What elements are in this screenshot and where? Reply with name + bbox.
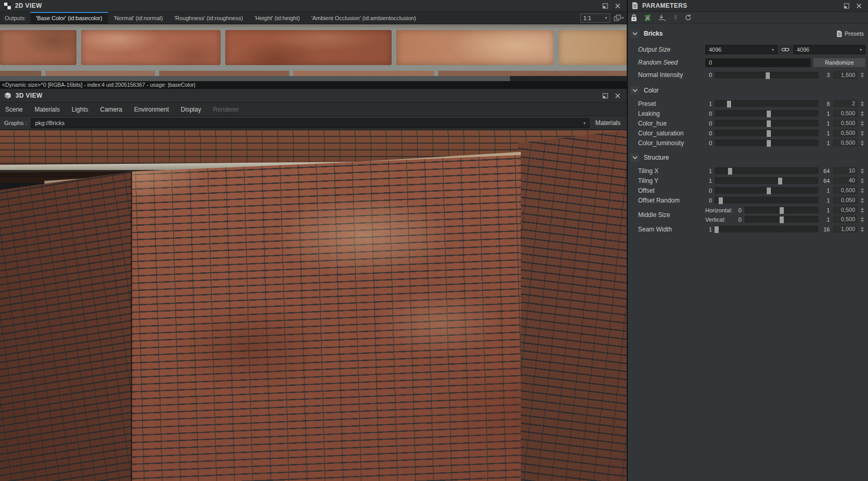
tab-roughness[interactable]: 'Roughness' (id:roughness) [168,12,249,24]
param-max: 16 [818,226,831,232]
param-value[interactable]: 0,500 [833,139,858,147]
presets-button[interactable]: Presets [836,30,864,37]
param-value[interactable]: 0,500 [833,187,858,194]
slider-thumb[interactable] [767,120,771,127]
materials-label[interactable]: Materials [595,119,621,127]
slider-thumb[interactable] [767,140,771,147]
horizontal-scrollbar[interactable] [0,76,627,81]
stepper-icon[interactable] [859,111,865,116]
stepper-icon[interactable] [859,131,865,136]
zoom-level-dropdown[interactable]: 1:1 ▾ [580,13,610,23]
close-icon[interactable] [611,91,624,101]
pin-icon [673,14,678,21]
menu-scene[interactable]: Scene [5,106,23,113]
viewport-3d[interactable] [0,130,627,481]
param-value[interactable]: 1,500 [833,71,858,79]
stepper-icon[interactable] [859,208,865,213]
chevron-down-icon[interactable] [630,153,639,162]
param-value[interactable]: 0,500 [833,215,858,223]
chevron-down-icon[interactable] [630,86,639,95]
param-value[interactable]: 40 [833,177,858,184]
lock-icon[interactable] [631,14,637,22]
stepper-icon[interactable] [859,227,865,232]
scrollbar-thumb[interactable] [0,76,510,81]
param-max: 1 [818,216,831,223]
output-height-dropdown[interactable]: 4096 ▾ [793,45,865,54]
randomize-button[interactable]: Randomize [813,58,865,67]
param-slider[interactable] [745,207,818,213]
random-seed-input[interactable]: 0 [705,58,811,67]
stepper-icon[interactable] [859,188,865,193]
transfer-icon[interactable] [643,14,652,21]
param-slider[interactable] [715,177,818,184]
param-slider[interactable] [715,226,818,232]
menu-lights[interactable]: Lights [72,106,88,113]
output-width-dropdown[interactable]: 4096 ▾ [705,45,778,54]
color-luminosity-row: Color_luminosity 0 1 0,500 [628,138,868,148]
stepper-icon[interactable] [859,72,865,77]
maximize-icon[interactable] [840,1,853,11]
param-label: Tiling Y [638,177,705,184]
menu-materials[interactable]: Materials [35,106,60,113]
close-icon[interactable] [611,1,624,11]
param-value[interactable]: 2 [833,100,858,107]
slider-thumb[interactable] [780,207,784,214]
menu-camera[interactable]: Camera [100,106,122,113]
param-label: Leaking [638,110,705,117]
tab-ambientocclusion[interactable]: 'Ambient Occlusion' (id:ambientocclusion… [305,12,422,24]
param-slider[interactable] [715,197,818,204]
chevron-down-icon[interactable] [630,29,639,38]
param-value[interactable]: 0,500 [833,110,858,117]
stepper-icon[interactable] [859,101,865,106]
reset-icon[interactable] [685,14,692,21]
stepper-icon[interactable] [859,141,865,146]
param-max: 64 [818,178,831,184]
slider-thumb[interactable] [715,226,719,233]
slider-thumb[interactable] [767,111,771,117]
param-slider[interactable] [745,216,818,223]
param-value[interactable]: 0,500 [833,129,858,137]
stepper-icon[interactable] [859,168,865,174]
texture-info-text: <Dynamic size>^0 [RGBA-16bits] - index:4… [2,82,195,88]
slider-thumb[interactable] [728,168,732,175]
param-value[interactable]: 10 [833,167,858,175]
slider-thumb[interactable] [727,101,731,107]
slider-thumb[interactable] [778,178,782,184]
tab-height[interactable]: 'Height' (id:height) [249,12,305,24]
stepper-icon[interactable] [859,178,865,183]
param-value[interactable]: 0,500 [833,119,858,127]
param-value[interactable]: 0,500 [833,206,858,214]
param-value[interactable]: 1,000 [833,225,858,233]
param-slider[interactable] [715,110,818,117]
param-min: 0 [736,207,745,213]
graphs-dropdown[interactable]: pkg://Bricks ▾ [31,118,590,128]
tab-basecolor[interactable]: 'Base Color' (id:basecolor) [30,12,108,24]
maximize-icon[interactable] [599,1,611,11]
stepper-icon[interactable] [859,121,865,126]
stepper-icon[interactable] [859,198,865,203]
stepper-icon[interactable] [859,217,865,222]
layers-icon[interactable]: ▾ [614,14,624,21]
slider-thumb[interactable] [780,216,784,223]
leaking-row: Leaking 0 1 0,500 [628,108,868,118]
slider-thumb[interactable] [767,188,771,194]
slider-thumb[interactable] [767,130,771,137]
texture-2d-canvas[interactable] [0,24,627,76]
param-slider[interactable] [715,130,818,136]
param-slider[interactable] [715,167,818,174]
param-slider[interactable] [715,72,818,79]
param-slider[interactable] [715,139,818,146]
slider-thumb[interactable] [766,72,770,79]
param-slider[interactable] [715,100,818,107]
menu-environment[interactable]: Environment [134,106,168,113]
export-icon[interactable] [658,14,667,21]
param-value[interactable]: 0,050 [833,196,858,204]
slider-thumb[interactable] [719,197,723,204]
close-icon[interactable] [853,1,865,11]
menu-display[interactable]: Display [181,106,201,113]
link-icon[interactable] [779,45,792,54]
param-slider[interactable] [715,120,818,127]
tab-normal[interactable]: 'Normal' (id:normal) [108,12,168,24]
param-slider[interactable] [715,187,818,194]
maximize-icon[interactable] [599,91,611,101]
